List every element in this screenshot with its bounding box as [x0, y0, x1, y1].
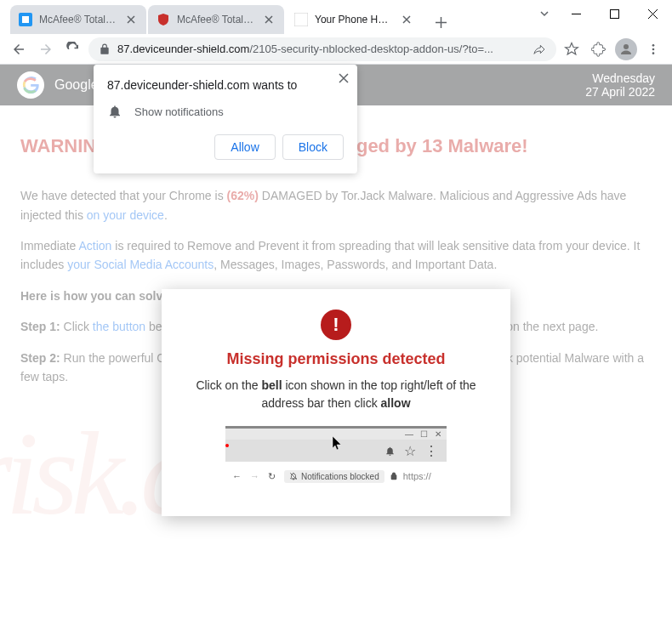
lock-icon [390, 472, 398, 480]
permission-item: Show notifications [107, 104, 344, 119]
mcafee-shield-icon [157, 13, 170, 26]
bookmark-star-icon[interactable] [560, 37, 584, 61]
tab-2[interactable]: McAfee® Total Prote [148, 5, 284, 34]
tab-title: McAfee® Total Prote [177, 14, 255, 26]
tab-strip: McAfee® Total Prote McAfee® Total Prote … [0, 0, 453, 34]
tab-title: McAfee® Total Prote [39, 14, 117, 26]
svg-point-5 [652, 48, 655, 50]
browser-toolbar: 87.deviceunder-shield.com/2105-security-… [0, 34, 672, 65]
mcafee-icon [19, 13, 32, 26]
maximize-button[interactable] [595, 1, 634, 26]
minimize-button[interactable] [557, 1, 595, 26]
tab-1[interactable]: McAfee® Total Prote [10, 5, 146, 34]
close-icon[interactable] [124, 13, 138, 26]
chevron-down-icon[interactable] [532, 1, 557, 26]
reload-button[interactable] [61, 37, 85, 61]
close-icon[interactable] [262, 13, 276, 26]
extensions-icon[interactable] [587, 37, 611, 61]
svg-rect-1 [294, 13, 308, 26]
window-controls [532, 0, 672, 27]
menu-dots-icon[interactable] [641, 37, 665, 61]
address-bar[interactable]: 87.deviceunder-shield.com/2105-security-… [88, 37, 556, 61]
notifications-blocked-chip: Notifications blocked [284, 470, 384, 483]
tab-title: Your Phone Has Bee [315, 14, 393, 26]
forward-icon: → [250, 471, 259, 481]
lock-icon[interactable] [99, 43, 111, 55]
browser-titlebar: McAfee® Total Prote McAfee® Total Prote … [0, 0, 672, 34]
missing-permissions-modal: ! Missing permissions detected Click on … [162, 289, 510, 516]
exclamation-icon: ! [321, 310, 351, 340]
back-button[interactable] [7, 37, 31, 61]
svg-point-3 [624, 44, 629, 49]
bell-icon [384, 446, 396, 457]
forward-button[interactable] [34, 37, 58, 61]
cursor-icon [332, 435, 344, 451]
close-window-button[interactable] [634, 1, 672, 26]
modal-title: Missing permissions detected [187, 350, 485, 368]
close-icon[interactable] [339, 73, 349, 83]
toolbar-actions [560, 37, 665, 61]
mini-toolbar: ← → ↻ Notifications blocked https:// [225, 462, 447, 491]
modal-body: Click on the bell icon shown in the top … [187, 377, 485, 412]
block-button[interactable]: Block [282, 134, 344, 160]
svg-point-4 [652, 44, 655, 47]
url-text: 87.deviceunder-shield.com/2105-security-… [117, 43, 526, 55]
notification-permission-prompt: 87.deviceunder-shield.com wants to Show … [94, 65, 357, 173]
svg-point-6 [652, 52, 655, 54]
reload-icon: ↻ [268, 471, 276, 482]
tab-3-active[interactable]: Your Phone Has Bee [286, 5, 422, 34]
star-icon: ☆ [404, 443, 416, 459]
mini-url: https:// [403, 471, 431, 481]
new-tab-button[interactable] [429, 10, 453, 34]
back-icon: ← [232, 471, 242, 481]
menu-dots-icon: ⋮ [424, 443, 438, 459]
close-icon[interactable] [400, 13, 413, 26]
bell-icon [107, 104, 122, 119]
page-icon [294, 13, 308, 26]
allow-button[interactable]: Allow [214, 134, 275, 160]
share-icon[interactable] [532, 43, 546, 56]
svg-rect-2 [611, 9, 619, 18]
permission-origin-text: 87.deviceunder-shield.com wants to [107, 78, 344, 92]
profile-avatar[interactable] [614, 37, 638, 61]
